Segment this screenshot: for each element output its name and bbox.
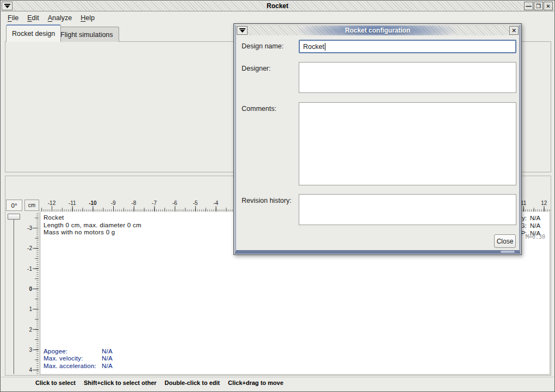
menu-analyze[interactable]: Analyze bbox=[44, 13, 76, 23]
dialog-titlebar[interactable]: Rocket configuration ✕ bbox=[236, 26, 519, 35]
v-ruler-tick-label: -1 bbox=[27, 265, 32, 271]
rotation-slider-thumb[interactable] bbox=[8, 214, 20, 220]
designer-input[interactable] bbox=[299, 62, 516, 93]
v-ruler-tick-label: -3 bbox=[27, 225, 32, 231]
titlebar[interactable]: Rocket — ❐ ✕ bbox=[1, 1, 554, 11]
rocket-configuration-dialog: Rocket configuration ✕ Design name: Rock… bbox=[233, 23, 522, 255]
mach-label: M=0.30 bbox=[526, 234, 545, 240]
revision-history-input[interactable] bbox=[299, 194, 516, 225]
design-name-input[interactable]: Rocket bbox=[299, 40, 516, 53]
design-name-value: Rocket bbox=[303, 43, 324, 51]
close-icon: ✕ bbox=[511, 27, 516, 34]
status-hint: Shift+click to select other bbox=[84, 379, 157, 386]
v-ruler-tick-label: 2 bbox=[29, 326, 32, 332]
h-ruler-tick-label: -6 bbox=[172, 200, 177, 206]
menu-edit[interactable]: Edit bbox=[23, 13, 44, 23]
dialog-close-action-button[interactable]: Close bbox=[494, 234, 516, 248]
h-ruler-tick-label: -11 bbox=[69, 200, 76, 206]
dialog-menu-button[interactable] bbox=[237, 26, 248, 35]
h-ruler-tick-label: -9 bbox=[111, 200, 116, 206]
status-hint: Click to select bbox=[35, 379, 76, 386]
window-menu-icon bbox=[239, 28, 245, 33]
maximize-icon: ❐ bbox=[536, 3, 541, 9]
minimize-button[interactable]: — bbox=[524, 2, 533, 10]
menu-help[interactable]: Help bbox=[76, 13, 99, 23]
h-ruler-tick-label: -5 bbox=[193, 200, 198, 206]
ruler-unit-label: cm bbox=[24, 200, 39, 211]
rocket-info-text: Rocket Length 0 cm, max. diameter 0 cm M… bbox=[44, 214, 141, 237]
revision-history-label: Revision history: bbox=[242, 197, 292, 204]
v-ruler-tick-label: 0 bbox=[29, 285, 32, 291]
text-caret bbox=[325, 43, 325, 51]
tab-rocket-design[interactable]: Rocket design bbox=[6, 24, 61, 42]
h-ruler-tick-label: -8 bbox=[131, 200, 136, 206]
rotation-slider-track[interactable] bbox=[14, 218, 15, 374]
h-ruler-tick-label: -4 bbox=[213, 200, 218, 206]
minimize-icon: — bbox=[526, 3, 532, 9]
v-ruler-tick-label: 3 bbox=[29, 346, 32, 352]
flight-stats: Apogee:N/A Max. velocity:N/A Max. accele… bbox=[44, 348, 113, 370]
menu-bar: File Edit Analyze Help bbox=[1, 12, 554, 24]
designer-label: Designer: bbox=[242, 65, 271, 72]
vertical-ruler: -3-2-101234 bbox=[24, 212, 39, 375]
comments-label: Comments: bbox=[242, 105, 276, 113]
h-ruler-tick-label: 12 bbox=[541, 200, 547, 206]
window-title: Rocket bbox=[1, 2, 554, 10]
main-window: Rocket — ❐ ✕ File Edit Analyze Help Rock… bbox=[0, 0, 555, 392]
status-hint: Double-click to edit bbox=[165, 379, 220, 386]
v-ruler-tick-label: -2 bbox=[27, 245, 32, 251]
h-ruler-tick-label: -12 bbox=[48, 200, 55, 206]
status-hint: Click+drag to move bbox=[228, 379, 283, 386]
dialog-close-button[interactable]: ✕ bbox=[509, 26, 519, 35]
dialog-title: Rocket configuration bbox=[236, 27, 519, 34]
menu-file[interactable]: File bbox=[3, 13, 23, 23]
comments-input[interactable] bbox=[299, 102, 516, 185]
close-button[interactable]: ✕ bbox=[544, 2, 553, 10]
h-ruler-tick-label: -10 bbox=[89, 200, 96, 206]
rotation-angle-label: 0° bbox=[6, 200, 22, 211]
dialog-resize-grip[interactable] bbox=[501, 251, 515, 253]
v-ruler-tick-label: 4 bbox=[29, 367, 32, 373]
tab-flight-simulations[interactable]: Flight simulations bbox=[54, 27, 119, 42]
close-icon: ✕ bbox=[546, 3, 550, 9]
v-ruler-tick-label: 1 bbox=[29, 306, 32, 312]
design-name-label: Design name: bbox=[242, 42, 283, 50]
status-bar: Click to select Shift+click to select ot… bbox=[1, 377, 554, 388]
h-ruler-tick-label: -7 bbox=[152, 200, 157, 206]
maximize-button[interactable]: ❐ bbox=[534, 2, 543, 10]
